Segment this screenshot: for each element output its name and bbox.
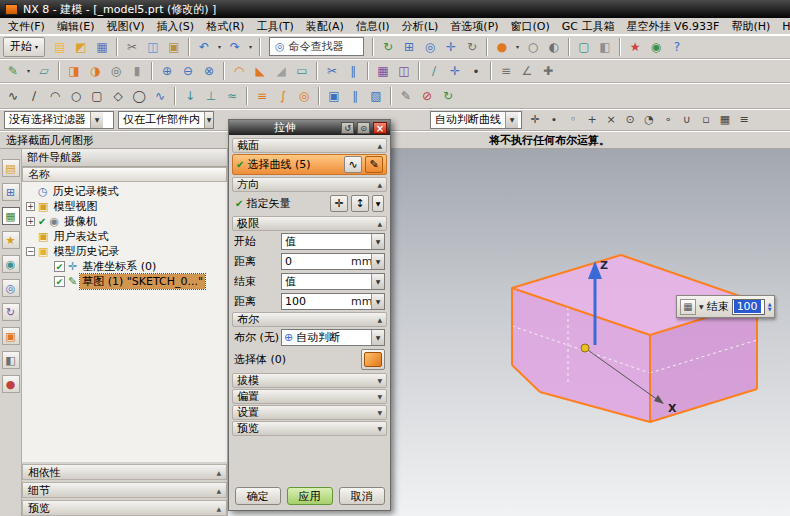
point-on-curve-snap-icon[interactable]: ∪: [678, 111, 696, 129]
mid-point-snap-icon[interactable]: ◦: [564, 111, 582, 129]
datum-csys-button[interactable]: ✛: [445, 61, 465, 81]
tree-item-1[interactable]: +▣模型视图: [22, 199, 227, 214]
end-limit-dropdown[interactable]: 值 ▼: [281, 273, 385, 290]
collapse-arrow-icon[interactable]: ▲: [377, 316, 382, 323]
menu-item-5[interactable]: 工具(T): [250, 18, 299, 35]
shaded-with-edges-button[interactable]: ●: [492, 37, 512, 57]
datum-plane-button[interactable]: ▱: [34, 61, 54, 81]
apply-button[interactable]: 应用: [287, 487, 333, 505]
tree-item-2[interactable]: +✔◉摄像机: [22, 214, 227, 229]
draft-button[interactable]: ◢: [271, 61, 291, 81]
dropdown-arrow-icon[interactable]: ▾: [246, 43, 255, 50]
checkbox-checked-icon[interactable]: ✔: [54, 261, 65, 272]
sketch-section-icon[interactable]: ✎: [365, 156, 383, 173]
vector-list-dropdown-icon[interactable]: ▼: [372, 195, 384, 212]
start-menu-button[interactable]: 开始 ▾: [3, 37, 45, 57]
measure-distance-button[interactable]: ∠: [517, 61, 537, 81]
chamfer-button[interactable]: ◣: [250, 61, 270, 81]
circle-button[interactable]: ○: [66, 86, 86, 106]
end-distance-onscreen-input[interactable]: 100: [732, 299, 765, 315]
chevron-down-icon[interactable]: ▼: [371, 234, 384, 249]
panel-header-0[interactable]: 相依性▲: [22, 464, 227, 480]
hole-button[interactable]: ◎: [106, 61, 126, 81]
menu-item-13[interactable]: 帮助(H): [725, 18, 776, 35]
section-group-header[interactable]: 截面 ▲: [232, 138, 387, 153]
part-navigator-header[interactable]: 部件导航器: [22, 149, 227, 167]
intersection-curve-button[interactable]: ⊥: [201, 86, 221, 106]
split-body-button[interactable]: ∥: [343, 61, 363, 81]
profile-button[interactable]: ∿: [3, 86, 23, 106]
menu-item-11[interactable]: GC 工具箱: [556, 18, 621, 35]
limits-group-header[interactable]: 极限 ▲: [232, 216, 387, 231]
arc-button[interactable]: ◠: [45, 86, 65, 106]
spinner-icon[interactable]: ▲▼: [768, 302, 772, 312]
project-curve-button[interactable]: ↓: [180, 86, 200, 106]
edge-blend-button[interactable]: ◠: [229, 61, 249, 81]
limit-option-icon[interactable]: ▦: [680, 299, 696, 315]
process-studio-tab[interactable]: ▣: [2, 327, 20, 345]
suppress-feature-button[interactable]: ⊘: [417, 86, 437, 106]
swept-button[interactable]: ∫: [273, 86, 293, 106]
snap-point-toggle-icon[interactable]: ✛: [526, 111, 544, 129]
subtract-button[interactable]: ⊖: [178, 61, 198, 81]
point-on-face-snap-icon[interactable]: ▫: [697, 111, 715, 129]
dropdown-arrow-icon[interactable]: ▾: [24, 67, 33, 74]
panel-header-1[interactable]: 细节▲: [22, 482, 227, 498]
expand-icon[interactable]: +: [26, 202, 35, 211]
end-distance-input[interactable]: 100 mm ▼: [281, 293, 385, 310]
selection-filter-dropdown[interactable]: 没有选择过滤器 ▼: [4, 111, 114, 129]
select-body-row[interactable]: 选择体 (0): [234, 348, 385, 371]
collapsed-section-0[interactable]: 拔模▼: [232, 373, 387, 388]
menu-item-14[interactable]: HB_MOULD M6.6: [776, 19, 790, 34]
tree-item-4[interactable]: −▣模型历史记录: [22, 244, 227, 259]
save-button[interactable]: ▦: [92, 37, 112, 57]
expand-arrow-icon[interactable]: ▼: [377, 393, 382, 400]
refresh-button[interactable]: ↻: [378, 37, 398, 57]
tube-button[interactable]: ◎: [294, 86, 314, 106]
undo-button[interactable]: ↶: [194, 37, 214, 57]
tree-item-6[interactable]: ✔✎草图 (1) "SKETCH_0...": [22, 274, 227, 289]
expand-arrow-icon[interactable]: ▼: [377, 409, 382, 416]
curve-icon[interactable]: ∿: [344, 156, 362, 173]
move-object-button[interactable]: ✚: [538, 61, 558, 81]
pattern-feature-button[interactable]: ▦: [373, 61, 393, 81]
ellipse-button[interactable]: ◯: [129, 86, 149, 106]
unite-button[interactable]: ⊕: [157, 61, 177, 81]
specify-vector-row[interactable]: ✔ 指定矢量 ✛ ↕ ▼: [232, 193, 387, 214]
extrude-button[interactable]: ◨: [64, 61, 84, 81]
chevron-down-icon[interactable]: ▼: [505, 112, 518, 128]
expand-arrow-icon[interactable]: ▼: [377, 425, 382, 432]
dialog-options-icon[interactable]: ⊙: [357, 122, 370, 134]
quadrant-point-snap-icon[interactable]: ◔: [640, 111, 658, 129]
selection-scope-dropdown[interactable]: 仅在工作部件内 ▼: [118, 111, 214, 129]
reverse-direction-icon[interactable]: ↕: [351, 195, 369, 212]
menu-item-3[interactable]: 插入(S): [151, 18, 201, 35]
paste-button[interactable]: ▣: [164, 37, 184, 57]
help-button[interactable]: ?: [667, 37, 687, 57]
gateway-tab[interactable]: ◧: [2, 351, 20, 369]
zoom-button[interactable]: ◎: [420, 37, 440, 57]
curve-rule-dropdown[interactable]: 自动判断曲线 ▼: [430, 111, 522, 129]
sketch-button[interactable]: ✎: [3, 61, 23, 81]
dialog-reset-icon[interactable]: ↺: [341, 122, 354, 134]
roles-tab[interactable]: ●: [2, 375, 20, 393]
copy-button[interactable]: ◫: [143, 37, 163, 57]
tree-item-3[interactable]: ▣用户表达式: [22, 229, 227, 244]
through-curves-button[interactable]: ≡: [252, 86, 272, 106]
panel-header-2[interactable]: 预览▲: [22, 500, 227, 516]
collapse-arrow-icon[interactable]: ▲: [216, 469, 221, 476]
block-button[interactable]: ▮: [127, 61, 147, 81]
origin-ball[interactable]: [581, 344, 589, 352]
menu-item-4[interactable]: 格式(R): [200, 18, 250, 35]
menu-item-12[interactable]: 星空外挂 V6.933F: [621, 18, 726, 35]
pan-button[interactable]: ✛: [441, 37, 461, 57]
existing-point-snap-icon[interactable]: ∘: [659, 111, 677, 129]
edit-feature-button[interactable]: ✎: [396, 86, 416, 106]
menu-item-6[interactable]: 装配(A): [300, 18, 350, 35]
collapse-arrow-icon[interactable]: ▲: [377, 181, 382, 188]
collapsed-section-1[interactable]: 偏置▼: [232, 389, 387, 404]
history-tab[interactable]: ↻: [2, 303, 20, 321]
chevron-down-icon[interactable]: ▼: [699, 303, 704, 310]
direction-group-header[interactable]: 方向 ▲: [232, 177, 387, 192]
expand-arrow-icon[interactable]: ▼: [377, 377, 382, 384]
